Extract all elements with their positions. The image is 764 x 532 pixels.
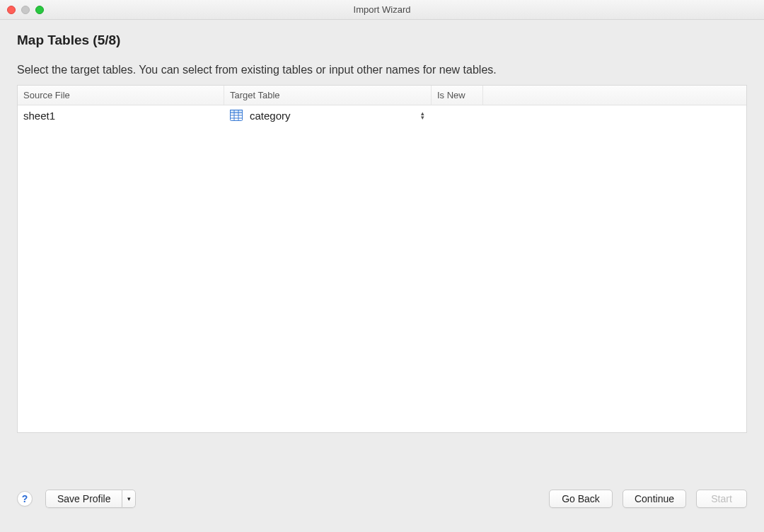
window-title: Import Wizard bbox=[0, 4, 764, 15]
cell-isnew[interactable] bbox=[432, 105, 483, 125]
continue-button[interactable]: Continue bbox=[623, 490, 686, 508]
cell-source[interactable]: sheet1 bbox=[18, 105, 224, 125]
chevron-down-icon: ▾ bbox=[127, 495, 131, 502]
start-button: Start bbox=[696, 490, 747, 508]
svg-rect-1 bbox=[231, 110, 243, 113]
help-icon: ? bbox=[22, 493, 28, 504]
window-controls bbox=[7, 6, 44, 14]
wizard-content: Map Tables (5/8) Select the target table… bbox=[0, 20, 764, 433]
table-body: sheet1 cat bbox=[18, 105, 746, 432]
table-icon bbox=[230, 110, 243, 121]
instruction-text: Select the target tables. You can select… bbox=[17, 64, 747, 76]
table-header-row: Source File Target Table Is New bbox=[18, 86, 746, 105]
maximize-icon[interactable] bbox=[35, 6, 44, 14]
footer: ? Save Profile ▾ Go Back Continue Start bbox=[0, 478, 764, 532]
step-title: Map Tables (5/8) bbox=[17, 33, 747, 48]
stepper-icon[interactable]: ▴▾ bbox=[419, 110, 426, 120]
header-target[interactable]: Target Table bbox=[224, 86, 432, 105]
header-empty bbox=[483, 86, 746, 105]
cell-target-value: category bbox=[250, 110, 291, 122]
help-button[interactable]: ? bbox=[17, 491, 33, 507]
save-profile-button[interactable]: Save Profile bbox=[45, 490, 122, 508]
table-row[interactable]: sheet1 cat bbox=[18, 105, 746, 125]
save-profile-split: Save Profile ▾ bbox=[45, 490, 136, 508]
start-label: Start bbox=[711, 493, 732, 504]
go-back-button[interactable]: Go Back bbox=[549, 490, 613, 508]
continue-label: Continue bbox=[635, 493, 674, 504]
mapping-table: Source File Target Table Is New sheet1 bbox=[17, 85, 747, 433]
cell-target[interactable]: category ▴▾ bbox=[224, 105, 432, 125]
go-back-label: Go Back bbox=[562, 493, 600, 504]
header-isnew[interactable]: Is New bbox=[432, 86, 483, 105]
minimize-icon[interactable] bbox=[21, 6, 30, 14]
titlebar: Import Wizard bbox=[0, 0, 764, 20]
close-icon[interactable] bbox=[7, 6, 16, 14]
cell-empty bbox=[483, 105, 746, 125]
footer-right: Go Back Continue Start bbox=[549, 490, 747, 508]
header-source[interactable]: Source File bbox=[18, 86, 224, 105]
save-profile-label: Save Profile bbox=[57, 493, 110, 504]
save-profile-dropdown[interactable]: ▾ bbox=[122, 490, 136, 508]
